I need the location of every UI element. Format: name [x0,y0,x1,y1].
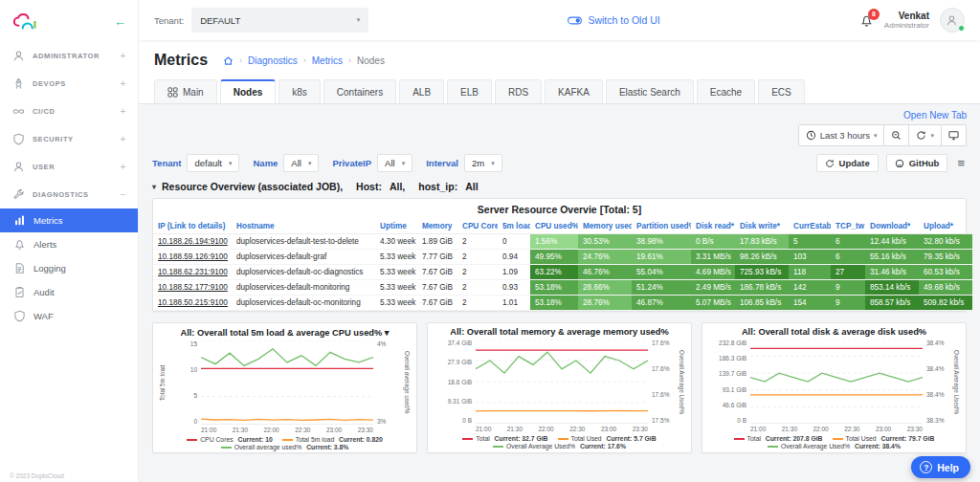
breadcrumb-diagnostics[interactable]: Diagnostics [248,55,298,66]
tenant-select[interactable]: DEFAULT ▾ [191,8,368,33]
ip-link-cell[interactable]: 10.188.26.194:9100 [153,234,232,250]
column-header[interactable]: CPU Cores [457,219,498,234]
legend-item[interactable]: Total Used Current: 5.7 GiB [558,435,657,442]
tab-main[interactable]: Main [154,79,217,103]
shield-outline-icon [12,310,26,323]
tab-ecs[interactable]: ECS [758,79,805,103]
column-header[interactable]: Uptime [375,219,417,234]
legend-item[interactable]: Overall Average Used% Current: 17.6% [493,443,626,449]
chart-title[interactable]: All: Overall total memory & average memo… [433,327,686,337]
column-header[interactable]: CPU used% [530,219,578,234]
sidebar-item-diagnostics[interactable]: DIAGNOSTICS − [0,181,138,208]
chart-title[interactable]: All: Overall total disk & average disk u… [707,327,961,337]
legend-item[interactable]: Total 5m load Current: 0.820 [282,436,383,443]
tab-containers[interactable]: Containers [323,79,396,103]
time-range-picker[interactable]: Last 3 hours ▾ [798,124,885,146]
column-header[interactable]: Disk write* [735,219,789,234]
interval-filter-dropdown[interactable]: 2m ▾ [464,154,502,172]
column-header[interactable]: Upload* [919,219,972,234]
sidebar-collapse-arrow[interactable]: ← [114,14,126,29]
sidebar-item-administrator[interactable]: ADMINISTRATOR + [0,42,138,70]
chart-legend: Total Current: 207.8 GiBTotal Used Curre… [707,435,961,449]
chart-plot[interactable] [201,340,373,425]
collapse-minus-icon[interactable]: − [121,189,126,200]
column-header[interactable]: Memory [417,219,457,234]
open-new-tab-link[interactable]: Open New Tab [903,110,967,120]
notifications-bell-icon[interactable]: 8 [859,13,874,28]
table-cell: duploservices-default-monitoring [232,280,375,296]
sidebar-item-metrics[interactable]: Metrics [0,208,138,232]
column-header[interactable]: Partition used%* [632,219,691,234]
refresh-button[interactable]: ▾ [908,124,942,146]
sidebar-item-user[interactable]: USER + [0,153,138,181]
legend-item[interactable]: Overall Average Used% Current: 38.4% [768,443,901,449]
column-header[interactable]: Hostname [232,219,375,234]
update-button[interactable]: Update [816,154,879,172]
sidebar-item-security[interactable]: SECURITY + [0,125,138,153]
chart-title[interactable]: All: Overall total 5m load & average CPU… [158,327,412,338]
legend-item[interactable]: CPU Cores Current: 10 [187,436,273,443]
tab-k8s[interactable]: k8s [278,79,321,103]
legend-item[interactable]: Total Used Current: 79.7 GiB [833,435,935,442]
tab-alb[interactable]: ALB [399,79,444,103]
sidebar-item-audit[interactable]: Audit [0,280,138,304]
legend-item[interactable]: Total Current: 32.7 GiB [462,435,547,442]
expand-plus-icon[interactable]: + [121,162,126,172]
column-header[interactable]: 5m load [498,219,530,234]
legend-item[interactable]: Total Current: 207.8 GiB [734,435,823,442]
table-cell: 51.24% [632,280,691,296]
tab-nodes[interactable]: Nodes [220,79,277,103]
name-filter-dropdown[interactable]: All ▾ [283,154,319,172]
tenant-filter-dropdown[interactable]: default ▾ [187,154,239,172]
switch-to-old-ui-link[interactable]: Switch to Old UI [568,14,659,26]
ip-link-cell[interactable]: 10.188.50.215:9100 [153,296,232,311]
section-header[interactable]: ▾ Resource Overview (associated JOB), Ho… [152,181,967,192]
ip-link-cell[interactable]: 10.188.59.126:9100 [153,250,232,265]
section-title: Resource Overview (associated JOB), [162,181,343,192]
column-header[interactable]: Memory used% [578,219,632,234]
breadcrumb-metrics[interactable]: Metrics [312,55,343,66]
ip-link-cell[interactable]: 10.188.62.231:9100 [153,265,232,280]
sidebar-item-label: Audit [33,287,55,297]
legend-item[interactable]: Overall average used% Current: 3.8% [221,444,349,450]
tab-ecache[interactable]: Ecache [697,79,755,103]
resource-table-title[interactable]: Server Resource Overvie [Total: 5] [153,199,966,219]
sidebar-item-alerts[interactable]: Alerts [0,232,138,256]
kiosk-mode-button[interactable] [941,124,967,146]
column-header[interactable]: Disk read* [691,219,735,234]
column-header[interactable]: CurrEstab [789,219,831,234]
chart-plot[interactable] [750,340,923,424]
sidebar-item-logging[interactable]: Logging [0,256,138,280]
tab-elb[interactable]: ELB [447,79,492,103]
wrench-icon [11,188,25,202]
tab-elastic-search[interactable]: Elastic Search [606,79,694,103]
column-header[interactable]: Download* [865,219,919,234]
sidebar-item-waf[interactable]: WAF [0,304,138,328]
avatar[interactable] [940,8,965,33]
expand-plus-icon[interactable]: + [121,51,126,61]
tab-label: ALB [412,87,431,98]
privateip-filter-dropdown[interactable]: All ▾ [377,154,412,172]
chart-plot[interactable] [476,340,648,424]
sidebar-item-devops[interactable]: DEVOPS + [0,70,138,98]
hamburger-menu-icon[interactable]: ≡ [955,156,967,170]
home-icon[interactable] [223,55,234,66]
column-header[interactable]: IP (Link to details) [153,219,232,234]
expand-plus-icon[interactable]: + [121,106,126,117]
github-button[interactable]: GitHub [886,154,948,172]
ip-link-cell[interactable]: 10.188.52.177:9100 [153,280,232,296]
table-cell: 5 [789,234,831,250]
github-label: GitHub [909,158,940,168]
tenant-group: Tenant: DEFAULT ▾ [154,8,368,33]
user-area: 8 Venkat Administrator [859,8,965,33]
tab-rds[interactable]: RDS [495,79,542,103]
expand-plus-icon[interactable]: + [121,78,126,89]
expand-plus-icon[interactable]: + [121,134,126,144]
section-collapse-icon[interactable]: ▾ [152,183,156,191]
table-cell: 12.44 kb/s [865,234,919,250]
column-header[interactable]: TCP_tw [831,219,865,234]
tab-kafka[interactable]: KAFKA [545,79,603,103]
zoom-out-button[interactable] [883,124,909,146]
sidebar-item-cicd[interactable]: CI/CD + [0,98,138,125]
help-button[interactable]: ? Help [911,456,970,478]
